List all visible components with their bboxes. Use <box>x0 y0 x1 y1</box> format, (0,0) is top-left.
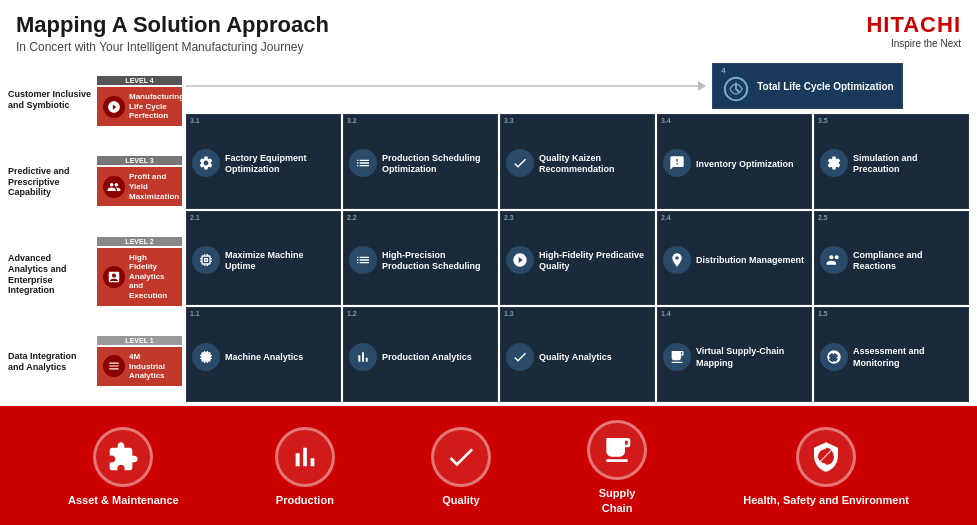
cell-1-4-text: Virtual Supply-Chain Mapping <box>696 346 806 369</box>
level-2-badge: LEVEL 2 <box>97 237 182 246</box>
cell-3-2-text: Production Scheduling Optimization <box>382 153 492 176</box>
cell-1-5[interactable]: 1.5 Assessment and Monitoring <box>814 307 969 402</box>
cell-3-4[interactable]: 3.4 Inventory Optimization <box>657 114 812 209</box>
cell-3-5-icon <box>820 149 848 177</box>
cell-1-3-num: 1.3 <box>504 310 514 317</box>
grid-area: 4 Total Life Cycle Optimization <box>186 60 969 402</box>
page-title: Mapping A Solution Approach <box>16 12 329 38</box>
level-3-text: Profit and Yield Maximization <box>129 172 179 201</box>
cell-2-4[interactable]: 2.4 Distribution Management <box>657 211 812 306</box>
asset-label: Asset & Maintenance <box>68 493 179 507</box>
cell-2-5[interactable]: 2.5 Compliance and Reactions <box>814 211 969 306</box>
level-3-badge: LEVEL 3 <box>97 156 182 165</box>
level-1-badge: LEVEL 1 <box>97 336 182 345</box>
main-container: Mapping A Solution Approach In Concert w… <box>0 0 977 525</box>
cell-2-2-icon <box>349 246 377 274</box>
total-life-card[interactable]: 4 Total Life Cycle Optimization <box>712 63 903 109</box>
level-3-icon <box>103 176 125 198</box>
content-area: Customer Inclusive and Symbiotic Predict… <box>0 60 977 406</box>
level-column: LEVEL 4 Manufacturing Life Cycle Perfect… <box>97 60 182 402</box>
level-4-badge: LEVEL 4 <box>97 76 182 85</box>
level-1-icon <box>103 355 125 377</box>
cell-2-5-num: 2.5 <box>818 214 828 221</box>
cell-1-1-text: Machine Analytics <box>225 352 303 363</box>
cell-1-4[interactable]: 1.4 Virtual Supply-Chain Mapping <box>657 307 812 402</box>
cell-2-5-icon <box>820 246 848 274</box>
quality-circle <box>431 427 491 487</box>
asset-circle <box>93 427 153 487</box>
cell-2-4-num: 2.4 <box>661 214 671 221</box>
bottom-item-health: Health, Safety and Environment <box>743 427 909 507</box>
cell-3-5[interactable]: 3.5 Simulation and Precaution <box>814 114 969 209</box>
level-4-text: Manufacturing Life Cycle Perfection <box>129 92 184 121</box>
cell-3-2-icon <box>349 149 377 177</box>
level4-row: 4 Total Life Cycle Optimization <box>186 60 969 112</box>
cell-3-1-icon <box>192 149 220 177</box>
cell-3-5-text: Simulation and Precaution <box>853 153 963 176</box>
supply-circle <box>587 420 647 480</box>
left-labels: Customer Inclusive and Symbiotic Predict… <box>8 60 93 402</box>
cell-1-2[interactable]: 1.2 Production Analytics <box>343 307 498 402</box>
level-1-text: 4M Industrial Analytics <box>129 352 176 381</box>
brand-name: HITACHI <box>866 12 961 38</box>
cell-2-3[interactable]: 2.3 High-Fidelity Predicative Quality <box>500 211 655 306</box>
bottom-bar: Asset & Maintenance Production Quality <box>0 410 977 525</box>
header-left: Mapping A Solution Approach In Concert w… <box>16 12 329 54</box>
level-1-card: 4M Industrial Analytics <box>97 347 182 386</box>
cell-3-2[interactable]: 3.2 Production Scheduling Optimization <box>343 114 498 209</box>
header: Mapping A Solution Approach In Concert w… <box>0 0 977 60</box>
production-label: Production <box>276 493 334 507</box>
hitachi-logo: HITACHI Inspire the Next <box>866 12 961 49</box>
cell-1-2-icon <box>349 343 377 371</box>
grid-row-1: 1.1 Machine Analytics 1.2 Production Ana… <box>186 307 969 402</box>
bottom-item-production: Production <box>275 427 335 507</box>
cell-1-3-text: Quality Analytics <box>539 352 612 363</box>
cell-2-1[interactable]: 2.1 Maximize Machine Uptime <box>186 211 341 306</box>
level-2-text: High Fidelity Analytics and Execution <box>129 253 176 301</box>
cell-3-3-num: 3.3 <box>504 117 514 124</box>
level-2-item: LEVEL 2 High Fidelity Analytics and Exec… <box>97 237 182 306</box>
cell-2-2-num: 2.2 <box>347 214 357 221</box>
total-life-title: Total Life Cycle Optimization <box>757 80 894 93</box>
page-subtitle: In Concert with Your Intelligent Manufac… <box>16 40 329 54</box>
cell-1-5-icon <box>820 343 848 371</box>
grid-row-2: 2.1 Maximize Machine Uptime 2.2 High-Pre… <box>186 211 969 306</box>
cell-3-1-num: 3.1 <box>190 117 200 124</box>
cell-3-3[interactable]: 3.3 Quality Kaizen Recommendation <box>500 114 655 209</box>
cell-1-5-text: Assessment and Monitoring <box>853 346 963 369</box>
cell-1-1[interactable]: 1.1 Machine Analytics <box>186 307 341 402</box>
cell-2-4-icon <box>663 246 691 274</box>
cell-2-3-icon <box>506 246 534 274</box>
level-3-card: Profit and Yield Maximization <box>97 167 182 206</box>
grid-row-3: 3.1 Factory Equipment Optimization 3.2 P… <box>186 114 969 209</box>
cell-3-4-num: 3.4 <box>661 117 671 124</box>
cell-3-4-text: Inventory Optimization <box>696 159 794 170</box>
bottom-item-supply: SupplyChain <box>587 420 647 515</box>
level-4-item: LEVEL 4 Manufacturing Life Cycle Perfect… <box>97 76 182 126</box>
bottom-item-asset: Asset & Maintenance <box>68 427 179 507</box>
health-label: Health, Safety and Environment <box>743 493 909 507</box>
cell-1-3[interactable]: 1.3 Quality Analytics <box>500 307 655 402</box>
cell-2-3-num: 2.3 <box>504 214 514 221</box>
cell-3-2-num: 3.2 <box>347 117 357 124</box>
cell-2-1-text: Maximize Machine Uptime <box>225 250 335 273</box>
level-2-card: High Fidelity Analytics and Execution <box>97 248 182 306</box>
row-label-4: Customer Inclusive and Symbiotic <box>8 89 93 111</box>
level-2-icon <box>103 266 125 288</box>
cell-2-1-num: 2.1 <box>190 214 200 221</box>
cell-1-1-icon <box>192 343 220 371</box>
row-label-1: Data Integration and Analytics <box>8 351 93 373</box>
cell-2-1-icon <box>192 246 220 274</box>
level-1-item: LEVEL 1 4M Industrial Analytics <box>97 336 182 386</box>
cell-2-2-text: High-Precision Production Scheduling <box>382 250 492 273</box>
cell-3-4-icon <box>663 149 691 177</box>
cell-3-5-num: 3.5 <box>818 117 828 124</box>
cell-2-3-text: High-Fidelity Predicative Quality <box>539 250 649 273</box>
level-3-item: LEVEL 3 Profit and Yield Maximization <box>97 156 182 206</box>
brand-tagline: Inspire the Next <box>866 38 961 49</box>
cell-1-5-num: 1.5 <box>818 310 828 317</box>
cell-2-5-text: Compliance and Reactions <box>853 250 963 273</box>
cell-2-2[interactable]: 2.2 High-Precision Production Scheduling <box>343 211 498 306</box>
level-4-icon <box>103 96 125 118</box>
cell-3-1[interactable]: 3.1 Factory Equipment Optimization <box>186 114 341 209</box>
